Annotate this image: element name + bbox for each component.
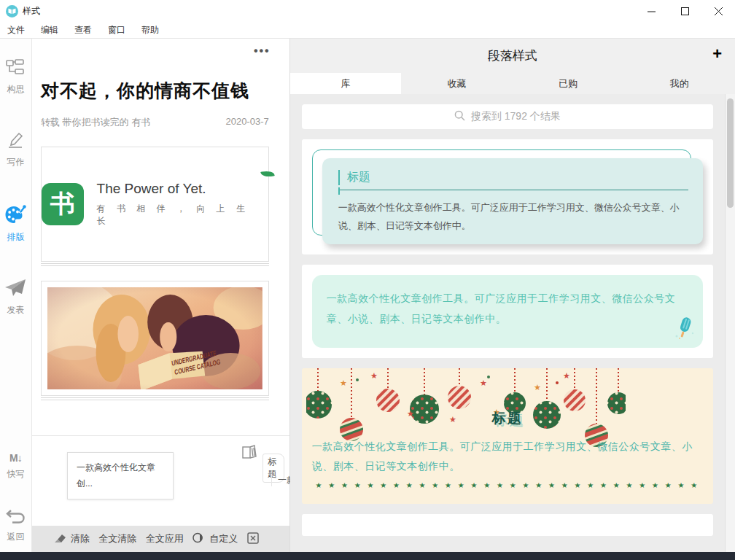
popsicle-icon [674,316,696,343]
style3-body: 一款高效个性化文章创作工具。可广泛应用于工作学习用文、微信公众号文章、小说、剧本… [312,437,703,475]
article-photo-card[interactable]: UNDERGRADUATE COURSE CATALOG [41,281,269,396]
tab-mine[interactable]: 我的 [623,73,735,94]
sidebar-item-layout[interactable]: 排版 [4,205,26,244]
sidebar-item-label: 排版 [7,231,24,244]
menu-window[interactable]: 窗口 [108,24,125,36]
style1-body: 一款高效个性化文章创作工具。可广泛应用于工作学习用文、微信公众号文章、小说、剧本… [338,199,688,235]
reading-photo: UNDERGRADUATE COURSE CATALOG [47,287,262,389]
style1-title: 标题 [338,170,688,185]
search-icon [454,110,465,123]
return-arrow-icon [5,508,26,526]
style-card-teal-frame[interactable]: 标题 一款高效个性化文章创作工具。可广泛应用于工作学习用文、微信公众号文章、小说… [302,139,713,254]
menu-view[interactable]: 查看 [74,24,92,36]
clear-button[interactable]: 清除 [54,532,90,545]
youshu-logo: 书 [42,183,84,225]
tab-favorites[interactable]: 收藏 [401,73,513,94]
close-panel-button[interactable] [247,532,259,546]
title-bar: 样式 [0,0,735,22]
sidebar-item-publish[interactable]: 发表 [4,279,26,316]
brand-logo-card[interactable]: 书 The Power of Yet. 有 书 相 伴 ， 向 上 生 长 [41,147,269,262]
style-card-mint[interactable]: 一款高效个性化文章创作工具。可广泛应用于工作学习用文、微信公众号文章、小说、剧本… [302,265,713,358]
style-list: 搜索到 1792 个结果 标题 一款高效个性化文章创作工具。可广泛应用于工作学习… [290,94,735,552]
svg-text:★: ★ [480,378,487,387]
panel-scrollbar[interactable] [725,94,735,552]
style-preview-row: 一款高效个性化文章创... 标题 一款高效个性化文章创... [32,436,289,526]
clear-all-button[interactable]: 全文清除 [98,532,136,545]
menu-bar: 文件 编辑 查看 窗口 帮助 [0,22,735,39]
editor-toolbar: 清除 全文清除 全文应用 自定义 [32,526,289,552]
tab-library[interactable]: 库 [290,73,402,94]
star-divider: ★ ★ ★ ★ ★ ★ ★ ★ ★ ★ ★ ★ ★ ★ ★ ★ ★ ★ ★ ★ … [312,481,703,489]
panel-title: 段落样式 [488,47,537,64]
sidebar-item-ideate[interactable]: 构思 [6,59,25,96]
search-input[interactable]: 搜索到 1792 个结果 [302,104,713,129]
style-tabs: 库 收藏 已购 我的 [290,73,735,94]
apply-all-label: 全文应用 [146,532,184,545]
sidebar-item-label: 发表 [7,304,24,316]
app-window: 样式 文件 编辑 查看 窗口 帮助 构思 [0,0,735,560]
style-card-christmas[interactable]: ★★★ ★★★ ★★ 标题 一款高效个性化文章创作工具。可广泛应用于工作学习用文… [302,368,713,504]
eraser-icon [54,533,66,545]
paragraph-style-panel: 段落样式 + 库 收藏 已购 我的 搜索到 1792 个结果 [290,39,735,552]
scrollbar-thumb[interactable] [727,98,734,208]
more-options-icon[interactable]: ••• [254,44,271,58]
apply-all-button[interactable]: 全文应用 [146,532,184,545]
menu-edit[interactable]: 编辑 [41,24,58,36]
sidebar-item-write[interactable]: 写作 [6,131,25,168]
left-sidebar: 构思 写作 排版 [0,39,32,552]
minimize-button[interactable] [634,0,668,22]
document-icon [242,445,257,464]
sidebar-item-label: 快写 [7,468,24,481]
paper-plane-icon [4,279,26,300]
article-title[interactable]: 对不起，你的情商不值钱 [41,79,269,103]
tab-purchased[interactable]: 已购 [513,73,624,94]
brand-tagline-en: The Power of Yet. [97,181,268,197]
title-underline [338,190,688,190]
leaf-icon [260,169,274,179]
contrast-circle-icon [192,532,205,545]
article-editor: ••• 对不起，你的情商不值钱 转载 带你把书读完的 有书 2020-03-7 … [32,39,290,552]
sidebar-item-label: 返回 [7,531,24,543]
menu-help[interactable]: 帮助 [141,24,159,36]
article-byline: 转载 带你把书读完的 有书 [41,116,150,129]
boxed-x-icon [247,532,259,546]
window-title: 样式 [23,5,40,18]
clear-all-label: 全文清除 [98,532,136,545]
app-logo-icon [6,5,18,18]
svg-text:★: ★ [534,383,541,392]
pencil-icon [6,131,25,152]
bottom-dark-strip [0,552,735,560]
maximize-button[interactable] [668,0,701,22]
add-style-button[interactable]: + [712,46,722,62]
style3-title: 标题 [312,409,703,428]
palette-icon [4,205,26,227]
svg-text:★: ★ [370,371,378,380]
applied-style-snippet[interactable]: 一款高效个性化文章创... [67,452,174,499]
m-down-icon: M↓ [9,452,22,464]
customize-label: 自定义 [209,532,238,545]
outline-icon [6,59,25,79]
sidebar-item-label: 写作 [7,156,24,168]
svg-text:★: ★ [563,371,570,380]
style2-body: 一款高效个性化文章创作工具。可广泛应用于工作学习用文、微信公众号文章、小说、剧本… [327,288,688,329]
article-date: 2020-03-7 [225,116,268,129]
search-placeholder: 搜索到 1792 个结果 [471,110,561,123]
svg-text:★: ★ [340,378,347,387]
sidebar-item-label: 构思 [7,83,24,96]
close-button[interactable] [701,0,735,22]
customize-button[interactable]: 自定义 [192,532,238,545]
sidebar-item-back[interactable]: 返回 [5,508,26,543]
menu-file[interactable]: 文件 [7,24,25,36]
brand-tagline-zh: 有 书 相 伴 ， 向 上 生 长 [97,203,268,228]
sidebar-item-quickwrite[interactable]: M↓ 快写 [7,452,24,481]
clear-label: 清除 [71,532,90,545]
style-card-partial[interactable] [302,514,713,536]
article-content: ••• 对不起，你的情商不值钱 转载 带你把书读完的 有书 2020-03-7 … [32,39,289,435]
